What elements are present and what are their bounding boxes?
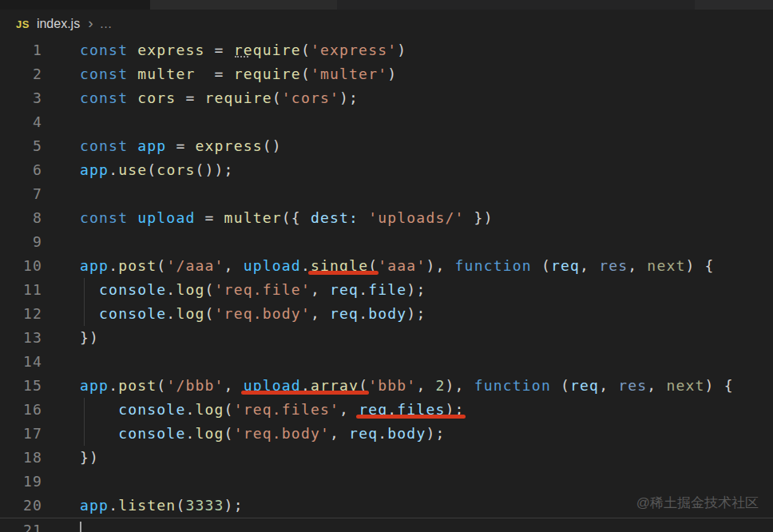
code-token: (: [224, 401, 234, 418]
code-token: console: [99, 305, 166, 322]
code-line[interactable]: 18}): [0, 446, 773, 470]
code-token: multer: [137, 66, 195, 82]
code-line[interactable]: 10app.post('/aaa', upload.single('aaa'),…: [0, 254, 773, 278]
code-token: 'bbb': [368, 377, 416, 394]
code-line[interactable]: 4: [0, 110, 773, 134]
line-number[interactable]: 14: [0, 350, 42, 374]
line-number[interactable]: 12: [0, 302, 42, 326]
code-token: [80, 401, 118, 418]
code-token: ): [387, 66, 397, 82]
red-underline-annotation: req.files);: [359, 401, 464, 418]
code-token: ());: [196, 161, 234, 178]
code-token: req: [359, 401, 387, 418]
code-token: =: [195, 209, 224, 226]
code-token: ,: [330, 425, 349, 442]
code-line[interactable]: 9: [0, 230, 773, 254]
line-number[interactable]: 9: [0, 230, 42, 254]
code-token: ,: [311, 305, 330, 322]
code-token: .: [109, 497, 118, 514]
red-underline-annotation: upload.array(: [244, 377, 369, 394]
code-token: (: [368, 257, 378, 274]
breadcrumb-file-name[interactable]: index.js: [37, 17, 80, 31]
line-number[interactable]: 11: [0, 278, 42, 302]
code-line[interactable]: 7: [0, 182, 773, 206]
code-token: .: [359, 305, 368, 322]
code-token: require: [205, 89, 272, 106]
code-token: [128, 42, 137, 58]
line-number[interactable]: 7: [0, 182, 42, 206]
code-line[interactable]: 8const upload = multer({ dest: 'uploads/…: [0, 206, 773, 230]
code-token: 'req.files': [234, 401, 339, 418]
line-number[interactable]: 20: [0, 494, 42, 518]
line-number[interactable]: 8: [0, 206, 42, 230]
code-line[interactable]: 13}): [0, 326, 773, 350]
code-token: const: [80, 42, 128, 58]
code-line[interactable]: 17 console.log('req.body', req.body);: [0, 422, 773, 446]
code-token: res: [599, 257, 628, 274]
code-line[interactable]: 11 console.log('req.file', req.file);: [0, 278, 773, 302]
code-token: app: [80, 161, 109, 178]
code-token: file: [368, 281, 406, 298]
code-token: =: [166, 137, 195, 154]
text-cursor: [80, 522, 81, 532]
code-line[interactable]: 14: [0, 350, 773, 374]
code-token: ,: [311, 281, 330, 298]
line-number[interactable]: 17: [0, 422, 42, 446]
code-token: =: [195, 66, 233, 82]
code-line[interactable]: 1const express = require('express'): [0, 38, 773, 62]
code-line[interactable]: 6app.use(cors());: [0, 158, 773, 182]
code-token: cors: [157, 161, 195, 178]
code-token: 'cors': [282, 89, 339, 106]
code-token: req: [551, 257, 580, 274]
code-token: req: [570, 377, 599, 394]
line-number[interactable]: 15: [0, 374, 42, 398]
code-token: ),: [446, 377, 474, 394]
code-text: const upload = multer({ dest: 'uploads/'…: [80, 206, 494, 230]
line-number[interactable]: 2: [0, 62, 42, 86]
line-number[interactable]: 19: [0, 470, 42, 494]
breadcrumb-ellipsis[interactable]: …: [99, 17, 112, 31]
code-line[interactable]: 15app.post('/bbb', upload.array('bbb', 2…: [0, 374, 773, 398]
code-token: );: [406, 281, 426, 298]
line-number[interactable]: 3: [0, 86, 42, 110]
line-number[interactable]: 6: [0, 158, 42, 182]
code-token: res: [618, 377, 647, 394]
code-token: .: [109, 377, 118, 394]
code-line[interactable]: 21: [0, 518, 773, 532]
code-token: req: [330, 305, 359, 322]
code-line[interactable]: 2const multer = require('multer'): [0, 62, 773, 86]
code-token: dest:: [311, 209, 359, 226]
code-editor[interactable]: 1const express = require('express')2cons…: [0, 38, 773, 532]
code-token: function: [455, 257, 532, 274]
code-token: );: [426, 425, 445, 442]
line-number[interactable]: 1: [0, 38, 42, 62]
line-number[interactable]: 21: [0, 518, 42, 532]
code-token: );: [339, 89, 359, 106]
code-token: express: [195, 137, 262, 154]
code-text: const app = express(): [80, 134, 282, 158]
code-token: (: [147, 161, 157, 178]
line-number[interactable]: 5: [0, 134, 42, 158]
code-text: }): [80, 446, 99, 470]
code-token: express: [137, 42, 204, 58]
code-token: .: [109, 161, 118, 178]
line-number[interactable]: 16: [0, 398, 42, 422]
code-token: single: [311, 257, 368, 274]
code-line[interactable]: 19: [0, 470, 773, 494]
code-line[interactable]: 12 console.log('req.body', req.body);: [0, 302, 773, 326]
code-token: array: [311, 377, 359, 394]
code-token: body: [368, 305, 406, 322]
code-line[interactable]: 5const app = express(): [0, 134, 773, 158]
code-text: app.use(cors());: [80, 158, 234, 182]
code-line[interactable]: 3const cors = require('cors');: [0, 86, 773, 110]
code-token: (: [205, 281, 215, 298]
line-number[interactable]: 10: [0, 254, 42, 278]
code-token: (): [263, 137, 282, 154]
code-line[interactable]: 16 console.log('req.files', req.files);: [0, 398, 773, 422]
line-number[interactable]: 18: [0, 446, 42, 470]
line-number[interactable]: 4: [0, 110, 42, 134]
code-token: (: [359, 377, 368, 394]
active-tab-bottom[interactable]: [150, 0, 337, 10]
line-number[interactable]: 13: [0, 326, 42, 350]
code-token: (: [301, 66, 311, 82]
